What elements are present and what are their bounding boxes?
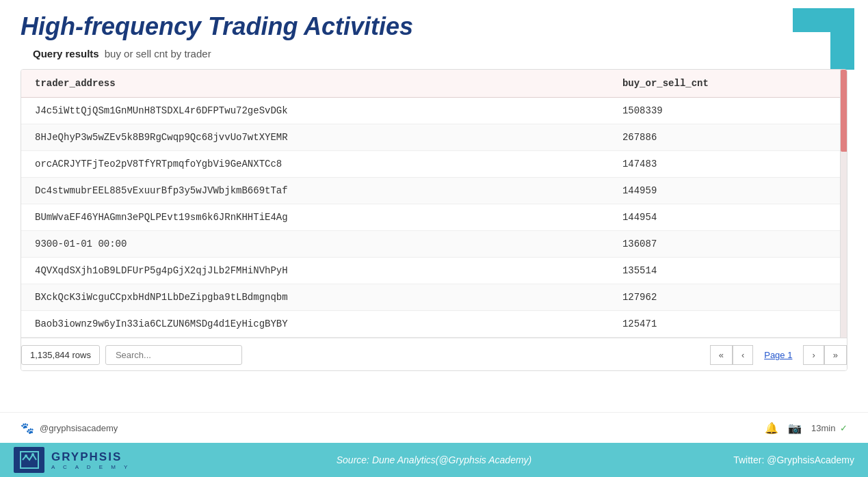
cell-trader-address: 4QVXqdSXjh1oB9LDFUrP5g4pGjX2qjJLb2FMHiNV… xyxy=(21,258,609,284)
table-row: 4QVXqdSXjh1oB9LDFUrP5g4pGjX2qjJLb2FMHiNV… xyxy=(21,258,847,284)
cell-trader-address: J4c5iWttQjQSm1GnMUnH8TSDXL4r6DFPTwu72geS… xyxy=(21,98,609,124)
table-header-row: trader_address buy_or_sell_cnt xyxy=(21,70,847,98)
table-row: 8HJeQhyP3w5wZEv5k8B9RgCwqp9Qc68jvvUo7wtX… xyxy=(21,124,847,151)
brand-sub: A C A D E M Y xyxy=(51,464,131,470)
bottom-left: 🐾 @gryphsisacademy xyxy=(21,422,118,435)
cell-buy-sell-cnt: 144959 xyxy=(609,178,847,204)
brand-name: GRYPHSIS xyxy=(51,450,131,464)
check-icon: ✓ xyxy=(840,423,847,433)
page-title: High-frequency Trading Activities xyxy=(21,12,847,41)
footer-source: Source: Dune Analytics(@Gryphsis Academy… xyxy=(219,454,649,465)
cell-buy-sell-cnt: 125471 xyxy=(609,311,847,338)
col-trader-address: trader_address xyxy=(21,70,609,98)
last-page-button[interactable]: » xyxy=(824,345,847,365)
cell-trader-address: BUmWvaEF46YHAGmn3ePQLPEvt19sm6k6JRnKHHTi… xyxy=(21,204,609,231)
cell-trader-address: orcACRJYTFjTeo2pV8TfYRTpmqfoYgbVi9GeANXT… xyxy=(21,151,609,178)
cell-buy-sell-cnt: 267886 xyxy=(609,124,847,151)
status-time: 13min ✓ xyxy=(811,423,847,433)
current-page-label[interactable]: Page 1 xyxy=(753,346,803,364)
pagination-controls: « ‹ Page 1 › » xyxy=(710,345,847,365)
cell-buy-sell-cnt: 135514 xyxy=(609,258,847,284)
bottom-status-bar: 🐾 @gryphsisacademy 🔔 📷 13min ✓ xyxy=(0,412,868,443)
rows-count: 1,135,844 rows xyxy=(21,345,100,365)
camera-icon[interactable]: 📷 xyxy=(788,422,802,435)
logo-corner xyxy=(793,8,854,70)
table-row: orcACRJYTFjTeo2pV8TfYRTpmqfoYgbVi9GeANXT… xyxy=(21,151,847,178)
brand-text-block: GRYPHSIS A C A D E M Y xyxy=(51,450,131,470)
cell-buy-sell-cnt: 127962 xyxy=(609,284,847,311)
cell-trader-address: Dc4stwmubrEEL885vExuurBfp3y5wJVWbjkmB669… xyxy=(21,178,609,204)
footer-twitter: Twitter: @GryphsisAcademy xyxy=(649,454,868,465)
col-buy-sell-cnt: buy_or_sell_cnt xyxy=(609,70,847,98)
table-row: 9300-01-01 00:00136087 xyxy=(21,231,847,258)
svg-point-1 xyxy=(25,454,27,457)
prev-page-button[interactable]: ‹ xyxy=(733,345,753,365)
table-row: BUmWvaEF46YHAGmn3ePQLPEvt19sm6k6JRnKHHTi… xyxy=(21,204,847,231)
gryphsis-handle: @gryphsisacademy xyxy=(40,423,118,433)
cell-trader-address: 9300-01-01 00:00 xyxy=(21,231,609,258)
query-results-label: Query results xyxy=(33,48,99,59)
table-row: BXckQcK3iWcguCCpxbHdNP1LbDeZipgba9tLBdmg… xyxy=(21,284,847,311)
cell-buy-sell-cnt: 144954 xyxy=(609,204,847,231)
query-description: buy or sell cnt by trader xyxy=(105,48,211,59)
results-table-container: trader_address buy_or_sell_cnt J4c5iWttQ… xyxy=(21,69,847,371)
next-page-button[interactable]: › xyxy=(803,345,824,365)
gryphsis-handle-icon: 🐾 xyxy=(21,422,34,435)
cell-trader-address: BXckQcK3iWcguCCpxbHdNP1LbDeZipgba9tLBdmg… xyxy=(21,284,609,311)
cell-buy-sell-cnt: 1508339 xyxy=(609,98,847,124)
svg-point-2 xyxy=(31,453,34,456)
table-row: Baob3iownz9w6yIn33ia6CLZUN6MSDg4d1EyHicg… xyxy=(21,311,847,338)
search-input[interactable] xyxy=(105,345,242,365)
scrollbar-thumb[interactable] xyxy=(841,70,847,152)
table-wrapper: trader_address buy_or_sell_cnt J4c5iWttQ… xyxy=(21,70,847,338)
cell-buy-sell-cnt: 147483 xyxy=(609,151,847,178)
table-row: J4c5iWttQjQSm1GnMUnH8TSDXL4r6DFPTwu72geS… xyxy=(21,98,847,124)
pagination-bar: 1,135,844 rows « ‹ Page 1 › » xyxy=(21,338,847,370)
brand-icon xyxy=(19,450,40,469)
footer-brand: GRYPHSIS A C A D E M Y xyxy=(0,447,219,473)
first-page-button[interactable]: « xyxy=(710,345,733,365)
cell-trader-address: Baob3iownz9w6yIn33ia6CLZUN6MSDg4d1EyHicg… xyxy=(21,311,609,338)
footer: GRYPHSIS A C A D E M Y Source: Dune Anal… xyxy=(0,443,868,477)
bottom-right: 🔔 📷 13min ✓ xyxy=(765,422,847,435)
query-header: Query results buy or sell cnt by trader xyxy=(21,48,847,59)
scrollbar-track[interactable] xyxy=(840,70,847,338)
bell-icon[interactable]: 🔔 xyxy=(765,422,778,435)
table-row: Dc4stwmubrEEL885vExuurBfp3y5wJVWbjkmB669… xyxy=(21,178,847,204)
cell-trader-address: 8HJeQhyP3w5wZEv5k8B9RgCwqp9Qc68jvvUo7wtX… xyxy=(21,124,609,151)
brand-logo-box xyxy=(14,447,44,473)
cell-buy-sell-cnt: 136087 xyxy=(609,231,847,258)
results-table: trader_address buy_or_sell_cnt J4c5iWttQ… xyxy=(21,70,847,338)
